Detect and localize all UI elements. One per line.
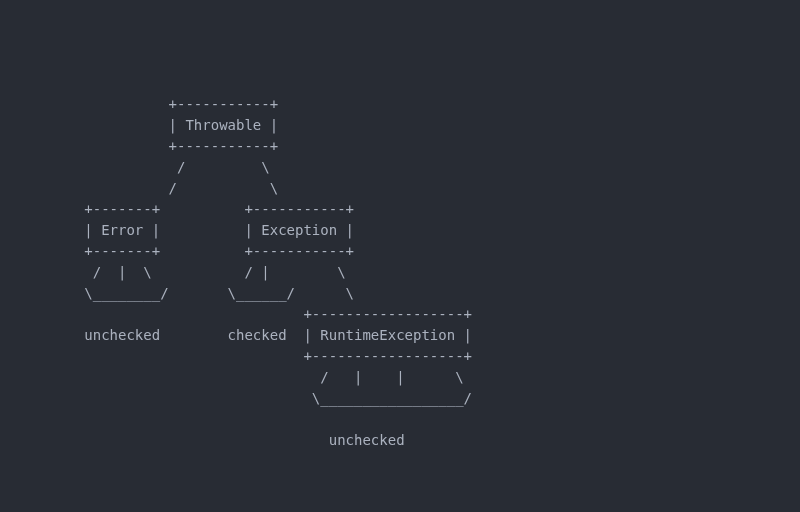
exception-hierarchy-diagram: +-----------+ | Throwable | +-----------… [0,84,800,451]
